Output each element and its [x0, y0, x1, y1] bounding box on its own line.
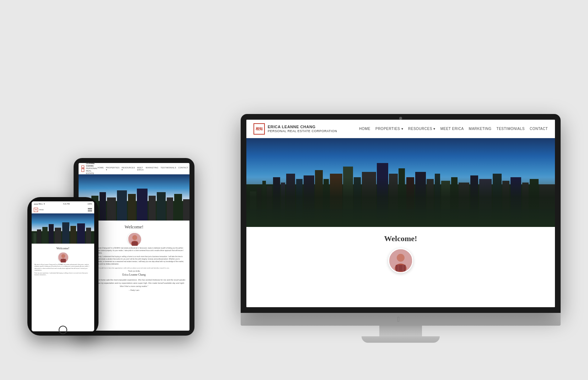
svg-rect-51 [137, 189, 148, 221]
avatar [388, 248, 413, 273]
imac-device: 相知 Erica Leanne Chang Personal Real Esta… [241, 114, 561, 343]
svg-rect-75 [61, 259, 66, 262]
iphone-navbar: 相 ERICA [32, 206, 94, 213]
imac-chin:  [241, 313, 561, 326]
svg-rect-48 [107, 197, 116, 221]
svg-rect-56 [183, 199, 189, 221]
ipad-nav-testimonials[interactable]: TESTIMONIALS [160, 167, 176, 171]
imac-website: 相知 Erica Leanne Chang Personal Real Esta… [246, 120, 555, 307]
svg-rect-2 [250, 191, 256, 227]
logo-seal-text: 相知 [256, 126, 263, 131]
imac-stand-neck [379, 326, 422, 336]
svg-rect-40 [397, 265, 399, 271]
svg-rect-3 [257, 188, 261, 227]
logo-name: Erica Leanne Chang [268, 124, 337, 129]
nav-meet-erica[interactable]: MEET ERICA [440, 127, 464, 131]
ipad-nav-resources[interactable]: RESOURCES ▾ [122, 167, 135, 171]
svg-rect-20 [406, 177, 414, 227]
iphone-website: ●●●● BELL ▼ 4:21 PM 100% 相 ERICA [32, 201, 94, 331]
svg-rect-47 [100, 192, 106, 221]
svg-rect-28 [479, 179, 492, 227]
ipad-logo-seal: 相 [81, 165, 84, 172]
iphone-body-text: My name is Erica Leanne Chang and I'm a … [34, 264, 91, 271]
svg-rect-60 [132, 241, 138, 246]
carrier-text: ●●●● BELL ▼ [34, 203, 45, 205]
svg-rect-30 [502, 181, 509, 227]
svg-rect-63 [33, 233, 36, 244]
imac-screen[interactable]: 相知 Erica Leanne Chang Personal Real Esta… [246, 120, 555, 307]
nav-contact[interactable]: CONTACT [530, 127, 548, 131]
svg-point-73 [62, 254, 65, 258]
imac-stand-base [362, 336, 440, 343]
svg-rect-8 [286, 174, 295, 227]
ipad-avatar [128, 232, 140, 245]
svg-rect-49 [117, 190, 127, 221]
svg-rect-12 [324, 179, 329, 227]
imac-screen-outer: 相知 Erica Leanne Chang Personal Real Esta… [241, 114, 561, 313]
hamburger-line-2 [88, 210, 92, 210]
iphone-body-text-2: From my own experience, I understand tha… [34, 272, 91, 276]
svg-rect-35 [246, 209, 555, 227]
svg-rect-21 [415, 172, 426, 227]
main-scene: 相知 Erica Leanne Chang Personal Real Esta… [27, 16, 561, 364]
logo-seal: 相知 [253, 123, 265, 135]
logo-text-block: Erica Leanne Chang Personal Real Estate … [268, 124, 337, 134]
svg-rect-55 [174, 194, 182, 221]
welcome-section: Welcome! [246, 227, 555, 307]
battery-text: 100% [87, 203, 92, 205]
svg-rect-52 [149, 196, 156, 221]
svg-rect-39 [396, 265, 405, 271]
svg-rect-41 [402, 265, 404, 271]
iphone-hero [32, 213, 94, 244]
hamburger-menu[interactable] [88, 208, 92, 211]
logo-subtitle: Personal Real Estate Corporation [268, 129, 337, 133]
svg-rect-7 [281, 183, 285, 227]
svg-rect-19 [399, 168, 405, 227]
nav-testimonials[interactable]: TESTIMONIALS [497, 127, 525, 131]
svg-rect-65 [42, 227, 48, 244]
navbar: 相知 Erica Leanne Chang Personal Real Esta… [246, 120, 555, 138]
iphone-logo-text: ERICA [39, 209, 88, 211]
iphone-logo-seal: 相 [34, 208, 38, 212]
svg-rect-15 [354, 177, 361, 227]
svg-rect-32 [522, 183, 529, 227]
svg-rect-11 [315, 170, 323, 227]
ipad-navbar: 相 ERICA LEANNE CHANGPersonal Real Estate… [79, 163, 189, 174]
svg-point-58 [132, 235, 137, 240]
svg-rect-10 [304, 175, 314, 227]
svg-rect-69 [70, 226, 76, 244]
ipad-nav-meet[interactable]: MEET ERICA [137, 167, 144, 171]
svg-rect-27 [470, 175, 478, 227]
svg-rect-53 [157, 192, 166, 221]
iphone-screen[interactable]: ●●●● BELL ▼ 4:21 PM 100% 相 ERICA [32, 201, 94, 331]
svg-rect-70 [77, 223, 85, 244]
svg-rect-17 [377, 163, 388, 227]
svg-rect-34 [539, 184, 555, 227]
svg-rect-33 [530, 179, 539, 227]
svg-rect-6 [273, 177, 280, 227]
ipad-nav-properties[interactable]: PROPERTIES ▾ [106, 167, 119, 171]
iphone-avatar [58, 252, 68, 262]
nav-home[interactable]: HOME [359, 127, 370, 131]
ipad-nav-marketing[interactable]: MARKETING [146, 167, 158, 171]
welcome-title: Welcome! [253, 234, 548, 243]
ipad-nav-home[interactable]: HOME [97, 167, 104, 171]
svg-point-37 [397, 254, 405, 262]
svg-rect-26 [459, 183, 469, 227]
nav-resources[interactable]: RESOURCES ▾ [408, 127, 435, 131]
svg-rect-23 [435, 174, 440, 227]
svg-rect-64 [37, 229, 41, 244]
svg-rect-68 [62, 222, 69, 244]
iphone-home-button[interactable] [59, 326, 67, 334]
hero-image [246, 138, 555, 227]
svg-rect-71 [86, 228, 91, 244]
logo-area: 相知 Erica Leanne Chang Personal Real Esta… [253, 123, 337, 135]
nav-links: HOME PROPERTIES ▾ RESOURCES ▾ MEET ERICA… [359, 127, 548, 131]
ipad-nav-contact[interactable]: CONTACT [178, 167, 188, 171]
svg-rect-0 [246, 138, 555, 227]
nav-marketing[interactable]: MARKETING [469, 127, 492, 131]
iphone-welcome: Welcome! My name is Erica Leanne Chang a… [32, 244, 94, 331]
svg-rect-4 [262, 181, 266, 227]
nav-properties[interactable]: PROPERTIES ▾ [375, 127, 403, 131]
svg-rect-1 [246, 184, 555, 227]
